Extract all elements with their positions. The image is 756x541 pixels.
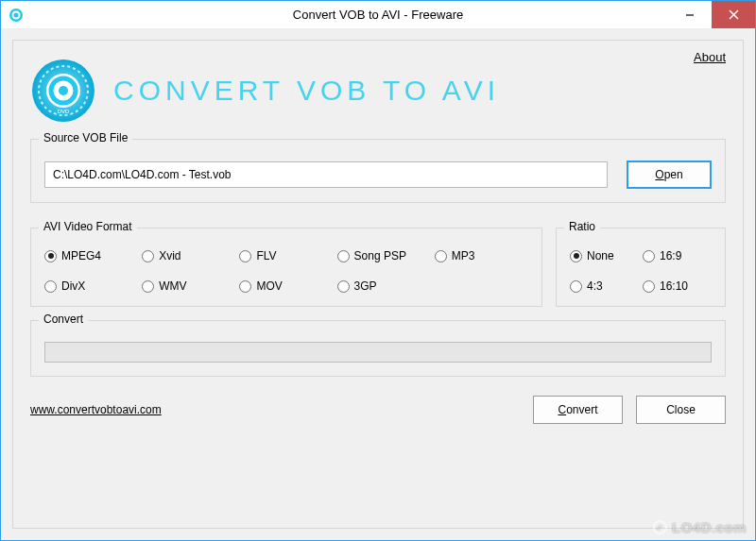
- website-link[interactable]: www.convertvobtoavi.com: [30, 403, 162, 416]
- convert-group: Convert: [30, 320, 726, 377]
- progress-bar: [44, 342, 712, 363]
- radio-label: 16:9: [660, 249, 681, 262]
- format-radio-mpeg4[interactable]: MPEG4: [44, 249, 138, 262]
- radio-icon: [570, 250, 582, 262]
- format-group: AVI Video Format MPEG4XvidFLVSong PSPMP3…: [30, 228, 542, 307]
- header: DVD Convert VOB to AVI: [30, 58, 726, 124]
- ratio-radio-16-9[interactable]: 16:9: [643, 249, 712, 262]
- format-radio-divx[interactable]: DivX: [44, 279, 138, 293]
- radio-icon: [44, 280, 57, 293]
- format-radio-mov[interactable]: MOV: [239, 279, 333, 293]
- radio-label: None: [587, 249, 614, 262]
- radio-label: Xvid: [159, 249, 180, 262]
- title-bar: Convert VOB to AVI - Freeware: [0, 0, 756, 28]
- app-icon: [9, 8, 24, 23]
- radio-icon: [337, 250, 350, 262]
- radio-label: 16:10: [660, 279, 688, 293]
- close-window-button[interactable]: [712, 1, 755, 28]
- radio-label: 4:3: [587, 279, 603, 293]
- window-controls: [668, 1, 755, 28]
- svg-point-10: [59, 86, 68, 95]
- radio-icon: [643, 250, 655, 262]
- client-area: About DVD Con: [0, 28, 756, 541]
- radio-icon: [239, 280, 251, 293]
- source-group: Source VOB File Open: [30, 139, 726, 203]
- options-row: AVI Video Format MPEG4XvidFLVSong PSPMP3…: [30, 216, 726, 307]
- radio-label: 3GP: [354, 279, 377, 293]
- source-legend: Source VOB File: [39, 131, 132, 144]
- format-radio-song-psp[interactable]: Song PSP: [337, 249, 431, 262]
- ratio-radio-grid: None16:94:316:10: [570, 249, 712, 293]
- svg-point-2: [14, 12, 19, 17]
- ratio-radio-none[interactable]: None: [570, 249, 639, 262]
- ratio-radio-4-3[interactable]: 4:3: [570, 279, 639, 293]
- radio-label: FLV: [256, 249, 276, 262]
- radio-icon: [435, 250, 447, 262]
- format-legend: AVI Video Format: [39, 220, 137, 233]
- main-panel: About DVD Con: [12, 40, 744, 529]
- format-radio-wmv[interactable]: WMV: [142, 279, 235, 293]
- radio-icon: [337, 280, 350, 293]
- radio-icon: [570, 280, 582, 293]
- radio-label: Song PSP: [354, 249, 406, 262]
- format-radio-mp3[interactable]: MP3: [435, 249, 528, 262]
- radio-icon: [44, 250, 57, 262]
- ratio-radio-16-10[interactable]: 16:10: [643, 279, 712, 293]
- convert-button[interactable]: Convert: [533, 396, 623, 424]
- convert-legend: Convert: [39, 313, 88, 326]
- app-logo-icon: DVD: [30, 58, 96, 124]
- ratio-group: Ratio None16:94:316:10: [556, 228, 726, 307]
- source-path-input[interactable]: [44, 161, 608, 188]
- open-button[interactable]: Open: [627, 161, 712, 189]
- minimize-button[interactable]: [668, 1, 712, 28]
- format-radio-xvid[interactable]: Xvid: [142, 249, 235, 262]
- radio-icon: [643, 280, 655, 293]
- radio-icon: [142, 250, 154, 262]
- svg-text:DVD: DVD: [58, 109, 70, 114]
- radio-label: DivX: [61, 279, 85, 293]
- footer: www.convertvobtoavi.com Convert Close: [30, 396, 726, 424]
- radio-icon: [142, 280, 154, 293]
- ratio-legend: Ratio: [564, 220, 600, 233]
- radio-label: MP3: [452, 249, 475, 262]
- close-button[interactable]: Close: [636, 396, 726, 424]
- radio-label: MOV: [256, 279, 282, 293]
- about-link[interactable]: About: [694, 50, 726, 64]
- app-title: Convert VOB to AVI: [113, 75, 500, 107]
- window-title: Convert VOB to AVI - Freeware: [293, 8, 463, 22]
- radio-label: MPEG4: [61, 249, 101, 262]
- format-radio-grid: MPEG4XvidFLVSong PSPMP3DivXWMVMOV3GP: [44, 249, 528, 293]
- radio-label: WMV: [159, 279, 186, 293]
- format-radio-3gp[interactable]: 3GP: [337, 279, 431, 293]
- format-radio-flv[interactable]: FLV: [239, 249, 333, 262]
- radio-icon: [239, 250, 251, 262]
